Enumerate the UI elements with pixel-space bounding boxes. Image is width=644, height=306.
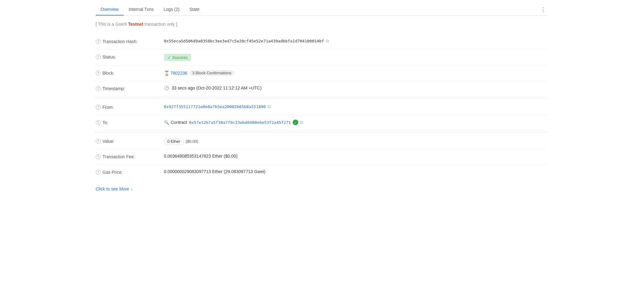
testnet-suffix: transaction only ] (143, 22, 177, 27)
to-address-link[interactable]: 0x57e12b7a5f38a7f9c23ebd0400e6e53f2a45f2… (189, 120, 291, 125)
section-divider-2 (96, 132, 549, 133)
see-more-section: Click to see More ↓ (96, 180, 549, 195)
status-help-icon[interactable]: ? (96, 55, 101, 59)
value-usd: ($0.00) (185, 139, 198, 144)
value-label: ? Value: (96, 138, 164, 144)
hourglass-icon: ⌛ (164, 71, 169, 76)
timestamp-row: ? Timestamp: 🕐 33 secs ago (Oct-20-2022 … (96, 81, 549, 97)
more-options-icon[interactable]: ⋮ (538, 4, 549, 15)
from-help-icon[interactable]: ? (96, 105, 101, 110)
transaction-fee-row: ? Transaction Fee: 0.003649085353147823 … (96, 149, 549, 165)
to-row: ? To: 🔍 Contract 0x57e12b7a5f38a7f9c23eb… (96, 115, 549, 131)
transaction-hash-row: ? Transaction Hash: 0x55eca5d506d9a0358b… (96, 34, 549, 50)
to-copy-icon[interactable]: ⧉ (300, 120, 303, 125)
from-address-link[interactable]: 0x927f355117721e0e8a7b5ea20002b65b8a5518… (164, 104, 266, 109)
arrow-down-icon: ↓ (131, 186, 133, 191)
gas-price-help-icon[interactable]: ? (96, 170, 101, 175)
from-row: ? From: 0x927f355117721e0e8a7b5ea20002b6… (96, 100, 549, 115)
block-label: ? Block: (96, 70, 164, 76)
tab-bar: Overview Internal Txns Logs (2) State ⋮ (96, 0, 549, 15)
to-value: 🔍 Contract 0x57e12b7a5f38a7f9c23ebd0400e… (164, 120, 549, 125)
gas-price-value: 0.000000029083097713 Ether (29.083097713… (164, 169, 549, 174)
tab-internal-txns[interactable]: Internal Txns (124, 4, 159, 15)
contract-verified-icon: ✓ (293, 120, 298, 125)
value-row: ? Value: 0 Ether ($0.00) (96, 134, 549, 149)
transaction-hash-help-icon[interactable]: ? (96, 39, 101, 44)
testnet-prefix: [ This is a Goerli (96, 22, 128, 27)
success-check-icon: ✓ (167, 55, 171, 60)
transaction-hash-value: 0x55eca5d506d9a0358bc3ee3ed7c5a20cf45e52… (164, 38, 549, 44)
value-badge: 0 Ether (164, 138, 184, 145)
transaction-fee-value: 0.003649085353147823 Ether ($0.00) (164, 154, 549, 159)
section-divider-1 (96, 98, 549, 98)
from-label: ? From: (96, 104, 164, 110)
block-number-link[interactable]: ⌛ 7802236 (164, 71, 188, 76)
gas-price-row: ? Gas Price: 0.000000029083097713 Ether … (96, 165, 549, 180)
see-more-link[interactable]: Click to see More ↓ (96, 186, 133, 191)
from-value: 0x927f355117721e0e8a7b5ea20002b65b8a5518… (164, 104, 549, 109)
clock-icon: 🕐 (164, 85, 169, 90)
transaction-hash-text: 0x55eca5d506d9a0358bc3ee3ed7c5a20cf45e52… (164, 39, 324, 43)
transaction-fee-label: ? Transaction Fee: (96, 154, 164, 159)
testnet-highlight: Testnet (128, 22, 143, 27)
block-value: ⌛ 7802236 3 Block Confirmations (164, 70, 549, 76)
block-help-icon[interactable]: ? (96, 71, 101, 76)
status-label: ? Status: (96, 54, 164, 59)
status-badge: ✓ Success (164, 54, 191, 61)
to-help-icon[interactable]: ? (96, 120, 101, 125)
tab-overview[interactable]: Overview (96, 4, 124, 15)
block-row: ? Block: ⌛ 7802236 3 Block Confirmations (96, 66, 549, 81)
testnet-banner: [ This is a Goerli Testnet transaction o… (96, 22, 549, 27)
timestamp-label: ? Timestamp: (96, 85, 164, 91)
tab-state[interactable]: State (184, 4, 205, 15)
to-label: ? To: (96, 120, 164, 125)
timestamp-help-icon[interactable]: ? (96, 86, 101, 91)
status-value: ✓ Success (164, 54, 549, 61)
contract-prefix: Contract (171, 120, 187, 125)
status-row: ? Status: ✓ Success (96, 50, 549, 66)
transaction-fee-help-icon[interactable]: ? (96, 154, 101, 159)
from-copy-icon[interactable]: ⧉ (268, 104, 271, 109)
timestamp-value: 🕐 33 secs ago (Oct-20-2022 11:12:12 AM +… (164, 85, 549, 90)
transaction-details: ? Transaction Hash: 0x55eca5d506d9a0358b… (96, 34, 549, 180)
transaction-hash-copy-icon[interactable]: ⧉ (326, 38, 329, 44)
block-confirmations-badge: 3 Block Confirmations (189, 70, 234, 76)
value-help-icon[interactable]: ? (96, 139, 101, 144)
transaction-hash-label: ? Transaction Hash: (96, 38, 164, 44)
gas-price-label: ? Gas Price: (96, 169, 164, 175)
value-content: 0 Ether ($0.00) (164, 138, 549, 145)
tab-logs[interactable]: Logs (2) (159, 4, 184, 15)
contract-search-icon: 🔍 (164, 120, 169, 125)
